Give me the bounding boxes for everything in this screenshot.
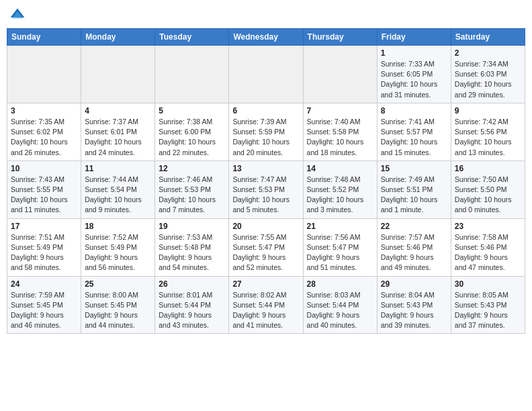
weekday-header-tuesday: Tuesday <box>155 29 229 46</box>
weekday-header-wednesday: Wednesday <box>229 29 303 46</box>
calendar-cell: 5Sunrise: 7:38 AM Sunset: 6:00 PM Daylig… <box>155 103 229 161</box>
calendar-week-3: 10Sunrise: 7:43 AM Sunset: 5:55 PM Dayli… <box>7 161 525 218</box>
day-number: 6 <box>232 106 299 116</box>
day-info: Sunrise: 7:41 AM Sunset: 5:57 PM Dayligh… <box>381 117 447 158</box>
calendar-body: 1Sunrise: 7:33 AM Sunset: 6:05 PM Daylig… <box>7 46 525 334</box>
day-info: Sunrise: 7:37 AM Sunset: 6:01 PM Dayligh… <box>85 117 151 158</box>
calendar-cell: 3Sunrise: 7:35 AM Sunset: 6:02 PM Daylig… <box>7 103 81 161</box>
calendar-cell: 25Sunrise: 8:00 AM Sunset: 5:45 PM Dayli… <box>81 276 155 334</box>
calendar-week-1: 1Sunrise: 7:33 AM Sunset: 6:05 PM Daylig… <box>7 46 525 103</box>
calendar-table: SundayMondayTuesdayWednesdayThursdayFrid… <box>7 28 525 334</box>
calendar-cell: 1Sunrise: 7:33 AM Sunset: 6:05 PM Daylig… <box>377 46 451 103</box>
day-number: 17 <box>11 222 77 231</box>
calendar-cell: 9Sunrise: 7:42 AM Sunset: 5:56 PM Daylig… <box>451 103 525 161</box>
weekday-header-sunday: Sunday <box>7 29 81 46</box>
day-info: Sunrise: 7:40 AM Sunset: 5:58 PM Dayligh… <box>307 117 373 158</box>
calendar-cell: 23Sunrise: 7:58 AM Sunset: 5:46 PM Dayli… <box>451 218 525 276</box>
weekday-header-thursday: Thursday <box>303 29 377 46</box>
day-info: Sunrise: 8:02 AM Sunset: 5:44 PM Dayligh… <box>232 290 299 331</box>
day-number: 3 <box>11 106 77 116</box>
day-number: 21 <box>307 222 373 231</box>
day-info: Sunrise: 7:59 AM Sunset: 5:45 PM Dayligh… <box>11 290 77 331</box>
calendar-cell <box>7 46 81 103</box>
day-number: 15 <box>381 164 447 173</box>
calendar-cell: 14Sunrise: 7:48 AM Sunset: 5:52 PM Dayli… <box>303 161 377 218</box>
day-info: Sunrise: 7:55 AM Sunset: 5:47 PM Dayligh… <box>232 232 299 273</box>
calendar-cell: 21Sunrise: 7:56 AM Sunset: 5:47 PM Dayli… <box>303 218 377 276</box>
calendar-cell: 19Sunrise: 7:53 AM Sunset: 5:48 PM Dayli… <box>155 218 229 276</box>
day-info: Sunrise: 7:50 AM Sunset: 5:50 PM Dayligh… <box>455 175 521 216</box>
day-number: 24 <box>11 279 77 289</box>
day-number: 19 <box>159 222 225 231</box>
day-number: 12 <box>159 164 225 173</box>
weekday-header-friday: Friday <box>377 29 451 46</box>
day-info: Sunrise: 7:35 AM Sunset: 6:02 PM Dayligh… <box>11 117 77 158</box>
day-number: 5 <box>159 106 225 116</box>
calendar-cell <box>155 46 229 103</box>
calendar-cell <box>81 46 155 103</box>
day-number: 1 <box>381 48 447 58</box>
logo-icon <box>9 7 26 23</box>
page-header <box>7 7 525 23</box>
day-info: Sunrise: 7:53 AM Sunset: 5:48 PM Dayligh… <box>159 232 225 273</box>
day-number: 27 <box>232 279 299 289</box>
day-number: 14 <box>307 164 373 173</box>
calendar-cell: 12Sunrise: 7:46 AM Sunset: 5:53 PM Dayli… <box>155 161 229 218</box>
day-info: Sunrise: 8:05 AM Sunset: 5:43 PM Dayligh… <box>455 290 521 331</box>
calendar-cell <box>229 46 303 103</box>
day-info: Sunrise: 7:38 AM Sunset: 6:00 PM Dayligh… <box>159 117 225 158</box>
calendar-cell: 6Sunrise: 7:39 AM Sunset: 5:59 PM Daylig… <box>229 103 303 161</box>
day-number: 9 <box>455 106 521 116</box>
calendar-week-2: 3Sunrise: 7:35 AM Sunset: 6:02 PM Daylig… <box>7 103 525 161</box>
calendar-cell: 22Sunrise: 7:57 AM Sunset: 5:46 PM Dayli… <box>377 218 451 276</box>
calendar-cell: 26Sunrise: 8:01 AM Sunset: 5:44 PM Dayli… <box>155 276 229 334</box>
day-info: Sunrise: 7:39 AM Sunset: 5:59 PM Dayligh… <box>232 117 299 158</box>
day-number: 23 <box>455 222 521 231</box>
day-number: 2 <box>455 48 521 58</box>
calendar-cell: 30Sunrise: 8:05 AM Sunset: 5:43 PM Dayli… <box>451 276 525 334</box>
calendar-cell: 8Sunrise: 7:41 AM Sunset: 5:57 PM Daylig… <box>377 103 451 161</box>
day-info: Sunrise: 7:43 AM Sunset: 5:55 PM Dayligh… <box>11 175 77 216</box>
calendar-cell: 16Sunrise: 7:50 AM Sunset: 5:50 PM Dayli… <box>451 161 525 218</box>
calendar-cell: 13Sunrise: 7:47 AM Sunset: 5:53 PM Dayli… <box>229 161 303 218</box>
day-number: 29 <box>381 279 447 289</box>
day-info: Sunrise: 7:49 AM Sunset: 5:51 PM Dayligh… <box>381 175 447 216</box>
day-number: 4 <box>85 106 151 116</box>
day-number: 26 <box>159 279 225 289</box>
calendar-week-4: 17Sunrise: 7:51 AM Sunset: 5:49 PM Dayli… <box>7 218 525 276</box>
day-number: 18 <box>85 222 151 231</box>
logo <box>9 7 28 23</box>
weekday-header-monday: Monday <box>81 29 155 46</box>
day-number: 11 <box>85 164 151 173</box>
day-number: 22 <box>381 222 447 231</box>
day-info: Sunrise: 7:58 AM Sunset: 5:46 PM Dayligh… <box>455 232 521 273</box>
day-number: 20 <box>232 222 299 231</box>
calendar-week-5: 24Sunrise: 7:59 AM Sunset: 5:45 PM Dayli… <box>7 276 525 334</box>
day-number: 30 <box>455 279 521 289</box>
calendar-cell: 15Sunrise: 7:49 AM Sunset: 5:51 PM Dayli… <box>377 161 451 218</box>
day-info: Sunrise: 8:01 AM Sunset: 5:44 PM Dayligh… <box>159 290 225 331</box>
day-number: 28 <box>307 279 373 289</box>
day-info: Sunrise: 8:04 AM Sunset: 5:43 PM Dayligh… <box>381 290 447 331</box>
day-info: Sunrise: 7:56 AM Sunset: 5:47 PM Dayligh… <box>307 232 373 273</box>
day-number: 16 <box>455 164 521 173</box>
weekday-row: SundayMondayTuesdayWednesdayThursdayFrid… <box>7 29 525 46</box>
calendar-cell: 24Sunrise: 7:59 AM Sunset: 5:45 PM Dayli… <box>7 276 81 334</box>
day-info: Sunrise: 8:00 AM Sunset: 5:45 PM Dayligh… <box>85 290 151 331</box>
calendar-cell: 29Sunrise: 8:04 AM Sunset: 5:43 PM Dayli… <box>377 276 451 334</box>
calendar-cell: 28Sunrise: 8:03 AM Sunset: 5:44 PM Dayli… <box>303 276 377 334</box>
day-info: Sunrise: 7:52 AM Sunset: 5:49 PM Dayligh… <box>85 232 151 273</box>
day-info: Sunrise: 7:34 AM Sunset: 6:03 PM Dayligh… <box>455 59 521 100</box>
day-number: 13 <box>232 164 299 173</box>
calendar-cell: 27Sunrise: 8:02 AM Sunset: 5:44 PM Dayli… <box>229 276 303 334</box>
calendar-cell: 11Sunrise: 7:44 AM Sunset: 5:54 PM Dayli… <box>81 161 155 218</box>
day-info: Sunrise: 7:44 AM Sunset: 5:54 PM Dayligh… <box>85 175 151 216</box>
day-info: Sunrise: 8:03 AM Sunset: 5:44 PM Dayligh… <box>307 290 373 331</box>
day-info: Sunrise: 7:47 AM Sunset: 5:53 PM Dayligh… <box>232 175 299 216</box>
calendar-cell <box>303 46 377 103</box>
day-info: Sunrise: 7:57 AM Sunset: 5:46 PM Dayligh… <box>381 232 447 273</box>
calendar-cell: 20Sunrise: 7:55 AM Sunset: 5:47 PM Dayli… <box>229 218 303 276</box>
calendar-header: SundayMondayTuesdayWednesdayThursdayFrid… <box>7 29 525 46</box>
day-info: Sunrise: 7:33 AM Sunset: 6:05 PM Dayligh… <box>381 59 447 100</box>
weekday-header-saturday: Saturday <box>451 29 525 46</box>
